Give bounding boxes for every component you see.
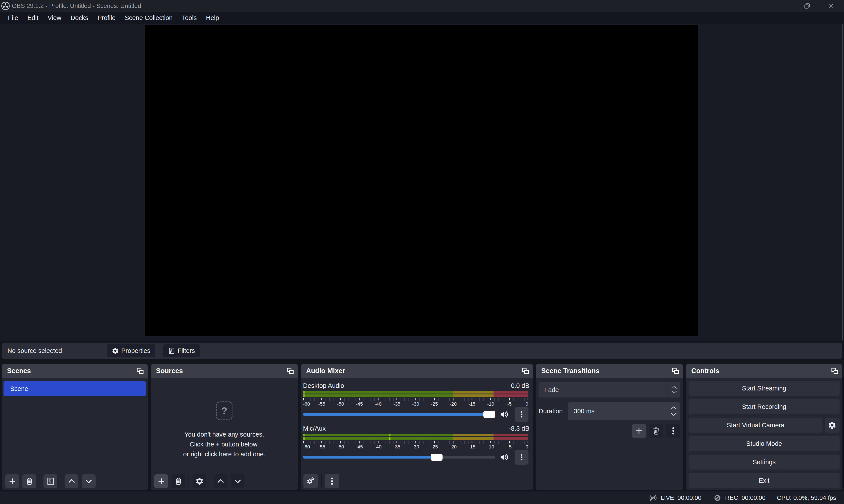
- controls-panel: Controls Start Streaming Start Recording…: [686, 364, 842, 490]
- popout-icon[interactable]: [672, 367, 679, 374]
- volume-slider[interactable]: [303, 413, 495, 416]
- popout-icon[interactable]: [137, 367, 144, 374]
- transition-menu-button[interactable]: [666, 424, 680, 438]
- advanced-audio-button[interactable]: [303, 474, 318, 488]
- add-scene-button[interactable]: [5, 474, 19, 488]
- duration-label: Duration: [539, 408, 564, 415]
- remove-source-button[interactable]: [171, 474, 185, 488]
- exit-button[interactable]: Exit: [689, 473, 840, 488]
- program-canvas[interactable]: [145, 25, 698, 336]
- move-scene-up-button[interactable]: [65, 474, 78, 488]
- meter-major-tick: [303, 441, 304, 443]
- remove-transition-button[interactable]: [649, 424, 663, 438]
- mixer-menu-button[interactable]: [325, 474, 339, 488]
- meter-scale-label: -45: [356, 444, 363, 450]
- chevron-up-icon: [671, 406, 677, 410]
- audio-mixer-header: Audio Mixer: [301, 364, 533, 378]
- menu-item-view[interactable]: View: [43, 14, 66, 21]
- menu-item-tools[interactable]: Tools: [177, 14, 201, 21]
- menu-item-scene-collection[interactable]: Scene Collection: [120, 14, 177, 21]
- settings-button[interactable]: Settings: [689, 455, 840, 469]
- channel-menu-button[interactable]: [515, 450, 528, 465]
- rec-status: REC: 00:00:00: [713, 493, 766, 502]
- popout-icon[interactable]: [831, 367, 838, 374]
- source-properties-button[interactable]: [193, 474, 206, 488]
- chevron-up-icon: [216, 477, 225, 486]
- speaker-icon[interactable]: [499, 409, 509, 419]
- meter-major-tick: [397, 441, 397, 443]
- close-icon[interactable]: [828, 2, 835, 10]
- menu-item-profile[interactable]: Profile: [93, 14, 120, 21]
- move-scene-down-button[interactable]: [82, 474, 95, 488]
- menu-bar: FileEditViewDocksProfileScene Collection…: [0, 12, 844, 24]
- move-source-up-button[interactable]: [214, 474, 227, 488]
- meter-major-tick: [415, 441, 416, 443]
- meter-scale-label: -55: [318, 401, 326, 407]
- add-source-button[interactable]: [154, 474, 168, 488]
- volume-meter: [303, 434, 528, 440]
- menu-item-help[interactable]: Help: [201, 14, 224, 21]
- scenes-footer: [2, 472, 148, 490]
- volume-slider-handle[interactable]: [483, 411, 495, 418]
- meter-scale-label: -50: [337, 401, 344, 407]
- filters-button[interactable]: Filters: [163, 344, 200, 357]
- double-gear-icon: [306, 477, 315, 486]
- meter-tickstrip: [303, 441, 528, 444]
- meter-scale: -60-55-50-45-40-35-30-25-20-15-10-50: [303, 401, 528, 408]
- studio-mode-button[interactable]: Studio Mode: [689, 436, 840, 451]
- kebab-icon: [328, 477, 336, 486]
- menu-item-edit[interactable]: Edit: [23, 14, 43, 21]
- meter-scale: -60-55-50-45-40-35-30-25-20-15-10-50: [303, 444, 528, 451]
- toolbar-separator: [60, 475, 61, 487]
- trash-icon: [25, 477, 34, 486]
- meter-peak-tick: [303, 394, 304, 397]
- filters-label: Filters: [178, 347, 195, 355]
- meter-major-tick: [472, 398, 472, 400]
- meter-major-tick: [397, 398, 397, 400]
- restore-icon[interactable]: [804, 2, 811, 10]
- scene-filters-button[interactable]: [43, 474, 57, 488]
- start-streaming-button[interactable]: Start Streaming: [689, 381, 840, 396]
- speaker-icon[interactable]: [499, 452, 509, 462]
- scene-list-item[interactable]: Scene: [3, 381, 146, 396]
- broadcast-off-icon: [648, 493, 658, 502]
- add-transition-button[interactable]: [632, 424, 646, 438]
- remove-scene-button[interactable]: [22, 474, 36, 488]
- chevron-up-icon: [67, 477, 76, 486]
- meter-major-tick: [378, 398, 379, 400]
- scene-transitions-title: Scene Transitions: [541, 367, 599, 375]
- popout-icon[interactable]: [287, 367, 294, 374]
- meter-scale-label: -30: [412, 401, 419, 407]
- volume-slider-handle[interactable]: [431, 454, 442, 461]
- menu-item-file[interactable]: File: [3, 14, 23, 21]
- kebab-icon: [518, 410, 525, 419]
- spinbox-arrows[interactable]: [671, 402, 677, 420]
- start-virtual-camera-button[interactable]: Start Virtual Camera: [689, 418, 823, 433]
- start-recording-button[interactable]: Start Recording: [689, 399, 840, 414]
- meter-scale-label: -30: [412, 444, 419, 450]
- popout-icon[interactable]: [522, 367, 529, 374]
- preview-resize-handle[interactable]: [842, 24, 843, 340]
- minimize-icon[interactable]: [779, 2, 787, 10]
- audio-mixer-panel: Audio Mixer Desktop Audio 0.0 dB -60-55-…: [301, 364, 533, 490]
- meter-major-tick: [415, 398, 416, 400]
- live-status: LIVE: 00:00:00: [648, 493, 701, 502]
- volume-slider[interactable]: [303, 456, 495, 458]
- channel-menu-button[interactable]: [515, 407, 528, 422]
- trash-icon: [174, 477, 183, 486]
- obs-window: OBS 29.1.2 - Profile: Untitled - Scenes:…: [0, 0, 844, 504]
- meter-scale-label: -20: [450, 444, 457, 450]
- meter-scale-label: -45: [356, 401, 363, 407]
- menu-item-docks[interactable]: Docks: [66, 14, 93, 21]
- duration-spinbox[interactable]: 300 ms: [568, 402, 680, 420]
- move-source-down-button[interactable]: [231, 474, 245, 488]
- transition-select[interactable]: Fade: [539, 382, 680, 397]
- sources-panel: Sources ? You don't have any sources. Cl…: [151, 364, 298, 490]
- meter-scale-label: -35: [393, 444, 400, 450]
- chevron-up-icon: [671, 386, 677, 389]
- virtual-camera-config-button[interactable]: [825, 418, 840, 433]
- properties-button[interactable]: Properties: [107, 344, 155, 357]
- title-bar: OBS 29.1.2 - Profile: Untitled - Scenes:…: [0, 0, 844, 12]
- combo-spinner[interactable]: [668, 382, 680, 397]
- toolbar-separator: [321, 475, 322, 487]
